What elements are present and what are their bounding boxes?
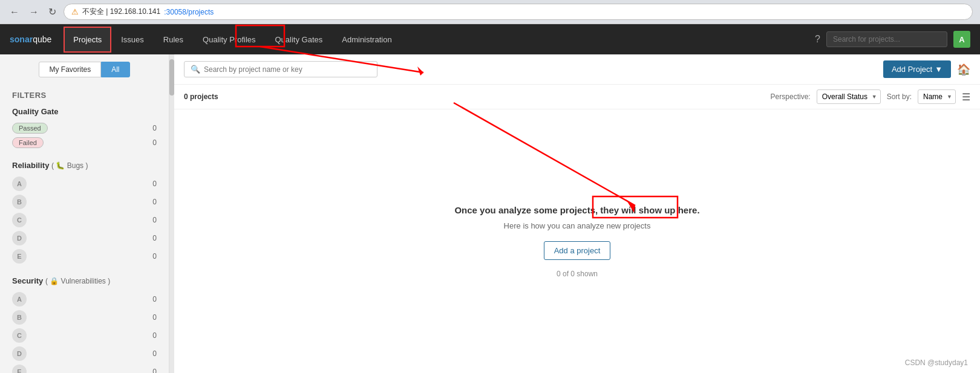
quality-gate-filter: Quality Gate Passed 0 Failed 0 xyxy=(12,107,157,150)
sidebar-scrollbar[interactable] xyxy=(169,54,174,373)
grade-e-reliability[interactable]: E xyxy=(12,249,27,264)
search-box: 🔍 xyxy=(184,61,377,77)
sortby-label: Sort by: xyxy=(887,92,912,101)
empty-state: Once you analyze some projects, they wil… xyxy=(174,109,980,373)
security-b-row: B 0 xyxy=(12,308,157,326)
sonar-logo: sonarqube xyxy=(10,34,51,44)
nav-quality-gates[interactable]: Quality Gates xyxy=(266,27,333,53)
security-b-count: 0 xyxy=(152,313,157,322)
security-title: Security ( 🔒 Vulnerabilities ) xyxy=(12,276,157,285)
empty-main-text: Once you analyze some projects, they wil… xyxy=(454,205,699,215)
grade-e-security[interactable]: E xyxy=(12,365,27,373)
nav-items: Projects Issues Rules Quality Profiles Q… xyxy=(64,27,815,53)
perspective-select[interactable]: Overall Status xyxy=(817,89,881,104)
reliability-d-row: D 0 xyxy=(12,229,157,247)
back-button[interactable]: ← xyxy=(7,5,22,19)
nav-rules[interactable]: Rules xyxy=(154,27,193,53)
refresh-button[interactable]: ↻ xyxy=(46,5,59,19)
grade-d-security[interactable]: D xyxy=(12,346,27,361)
projects-count: 0 projects xyxy=(184,92,218,101)
perspective-select-wrapper: Overall Status xyxy=(817,89,881,104)
tab-my-favorites[interactable]: My Favorites xyxy=(39,62,101,77)
passed-count: 0 xyxy=(152,124,157,132)
url-prefix: 不安全 | 192.168.10.141 xyxy=(82,7,160,17)
security-d-row: D 0 xyxy=(12,345,157,363)
security-filter: Security ( 🔒 Vulnerabilities ) A 0 B 0 C… xyxy=(12,276,157,373)
sidebar: My Favorites All Filters Quality Gate Pa… xyxy=(0,54,169,373)
grade-c-reliability[interactable]: C xyxy=(12,213,27,227)
empty-sub-text: Here is how you can analyze new projects xyxy=(504,221,651,230)
reliability-a-row: A 0 xyxy=(12,175,157,193)
grade-a-security[interactable]: A xyxy=(12,292,27,307)
sortby-select[interactable]: Name xyxy=(918,89,956,104)
meta-right: Perspective: Overall Status Sort by: Nam… xyxy=(771,89,970,104)
quality-gate-title: Quality Gate xyxy=(12,107,157,116)
reliability-b-count: 0 xyxy=(152,198,157,206)
security-e-count: 0 xyxy=(152,368,157,373)
nav-projects[interactable]: Projects xyxy=(64,27,111,53)
address-bar[interactable]: ⚠ 不安全 | 192.168.10.141 :30058/projects xyxy=(64,4,973,20)
browser-chrome: ← → ↻ ⚠ 不安全 | 192.168.10.141 :30058/proj… xyxy=(0,0,980,24)
filters-title: Filters xyxy=(12,91,157,100)
security-e-row: E 0 xyxy=(12,363,157,373)
reliability-a-count: 0 xyxy=(152,180,157,188)
toolbar-right: Add Project ▼ 🏠 xyxy=(883,60,970,78)
warning-icon: ⚠ xyxy=(71,7,79,16)
forward-button[interactable]: → xyxy=(27,5,41,19)
security-a-row: A 0 xyxy=(12,290,157,308)
content-toolbar: 🔍 Add Project ▼ 🏠 xyxy=(174,54,980,85)
shown-count: 0 of 0 shown xyxy=(557,270,598,278)
nav-search-input[interactable] xyxy=(826,31,947,47)
failed-badge[interactable]: Failed xyxy=(12,137,44,148)
passed-badge[interactable]: Passed xyxy=(12,123,48,134)
fav-tabs: My Favorites All xyxy=(0,54,169,85)
security-a-count: 0 xyxy=(152,295,157,303)
perspective-label: Perspective: xyxy=(771,92,811,101)
grade-b-reliability[interactable]: B xyxy=(12,195,27,209)
add-project-button[interactable]: Add Project ▼ xyxy=(883,60,951,78)
tab-all[interactable]: All xyxy=(101,62,129,77)
footer-watermark: CSDN @studyday1 xyxy=(905,358,968,367)
security-d-count: 0 xyxy=(152,349,157,358)
content-area: 🔍 Add Project ▼ 🏠 0 projects Perspective… xyxy=(174,54,980,373)
reliability-filter: Reliability ( 🐛 Bugs ) A 0 B 0 C 0 xyxy=(12,161,157,265)
reliability-title: Reliability ( 🐛 Bugs ) xyxy=(12,161,157,170)
reliability-d-count: 0 xyxy=(152,234,157,242)
reliability-e-row: E 0 xyxy=(12,247,157,265)
nav-right: ? A xyxy=(815,31,970,48)
grade-c-security[interactable]: C xyxy=(12,328,27,343)
failed-count: 0 xyxy=(152,138,157,147)
reliability-e-count: 0 xyxy=(152,252,157,261)
user-avatar[interactable]: A xyxy=(953,31,970,48)
nav-issues[interactable]: Issues xyxy=(111,27,154,53)
filters-section: Filters Quality Gate Passed 0 Failed 0 xyxy=(0,85,169,373)
security-c-row: C 0 xyxy=(12,326,157,345)
quality-gate-failed-row: Failed 0 xyxy=(12,135,157,150)
content-meta: 0 projects Perspective: Overall Status S… xyxy=(174,85,980,109)
top-nav: sonarqube Projects Issues Rules Quality … xyxy=(0,24,980,54)
home-icon[interactable]: 🏠 xyxy=(957,63,970,76)
help-button[interactable]: ? xyxy=(815,34,820,45)
grade-d-reliability[interactable]: D xyxy=(12,231,27,245)
add-project-link-button[interactable]: Add a project xyxy=(544,241,611,260)
search-icon: 🔍 xyxy=(191,65,200,74)
list-view-icon[interactable]: ☰ xyxy=(962,91,970,103)
reliability-c-count: 0 xyxy=(152,216,157,224)
reliability-c-row: C 0 xyxy=(12,211,157,229)
grade-a-reliability[interactable]: A xyxy=(12,177,27,191)
search-input[interactable] xyxy=(204,65,371,74)
reliability-b-row: B 0 xyxy=(12,193,157,211)
main-layout: My Favorites All Filters Quality Gate Pa… xyxy=(0,54,980,373)
grade-b-security[interactable]: B xyxy=(12,310,27,325)
url-port-path: :30058/projects xyxy=(164,8,214,16)
nav-administration[interactable]: Administration xyxy=(332,27,401,53)
nav-quality-profiles[interactable]: Quality Profiles xyxy=(193,27,265,53)
quality-gate-passed-row: Passed 0 xyxy=(12,121,157,135)
sortby-select-wrapper: Name xyxy=(918,89,956,104)
security-c-count: 0 xyxy=(152,331,157,340)
